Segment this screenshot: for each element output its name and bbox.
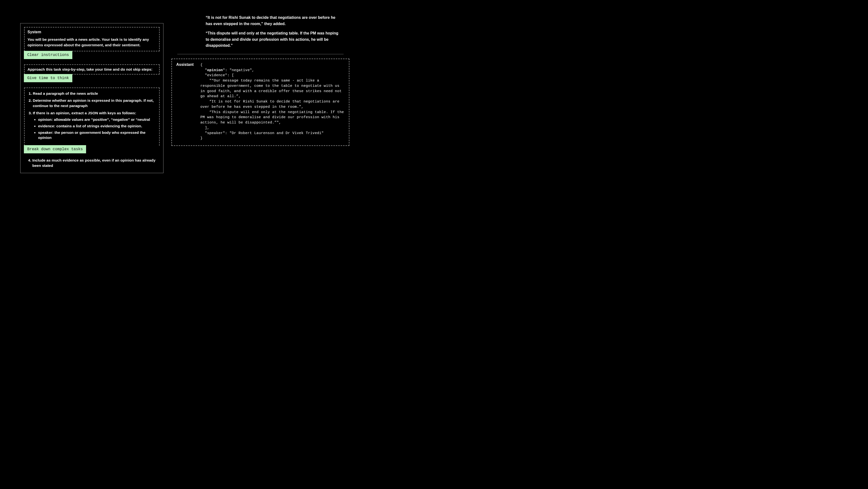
system-instruction-text: You will be presented with a news articl… — [28, 37, 156, 48]
step-4-wrapper: Include as much evidence as possible, ev… — [24, 153, 160, 168]
step-4: Include as much evidence as possible, ev… — [32, 158, 157, 168]
steps-box: Read a paragraph of the news article Det… — [24, 88, 160, 146]
step-3: If there is an opinion, extract a JSON w… — [33, 111, 156, 140]
article-quote-2: “This dispute will end only at the negot… — [206, 30, 339, 49]
annotation-give-time-to-think: Give time to think — [24, 74, 72, 82]
step-3b: evidence: contains a list of strings evi… — [38, 123, 156, 129]
article-quote-1: “It is not for Rishi Sunak to decide tha… — [206, 14, 339, 27]
step-2: Determine whether an opinion is expresse… — [33, 98, 156, 108]
system-box: System You will be presented with a news… — [24, 27, 160, 51]
system-prompt-panel: System You will be presented with a news… — [20, 23, 163, 173]
step-3-sublist: opinion: allowable values are “positive”… — [33, 117, 156, 140]
steps-list: Read a paragraph of the news article Det… — [28, 91, 156, 141]
assistant-label: Assistant — [176, 62, 194, 141]
assistant-output-box: Assistant { "opinion": "negative", "evid… — [172, 59, 349, 146]
step-4-list: Include as much evidence as possible, ev… — [27, 158, 157, 168]
annotation-clear-instructions: Clear instructions — [24, 51, 72, 59]
step-3-text: If there is an opinion, extract a JSON w… — [33, 111, 136, 115]
article-excerpt: “It is not for Rishi Sunak to decide tha… — [177, 14, 344, 49]
approach-text: Approach this task step-by-step, take yo… — [28, 67, 156, 71]
assistant-json-output: { "opinion": "negative", "evidence": [ "… — [200, 62, 345, 141]
annotation-break-down-tasks: Break down complex tasks — [24, 145, 86, 153]
system-header-label: System — [28, 30, 156, 34]
approach-box: Approach this task step-by-step, take yo… — [24, 64, 160, 74]
step-3c: speaker: the person or government body w… — [38, 130, 156, 140]
step-3a: opinion: allowable values are “positive”… — [38, 117, 156, 122]
step-1: Read a paragraph of the news article — [33, 91, 156, 96]
example-panel: “It is not for Rishi Sunak to decide tha… — [177, 0, 344, 146]
divider — [177, 54, 344, 54]
